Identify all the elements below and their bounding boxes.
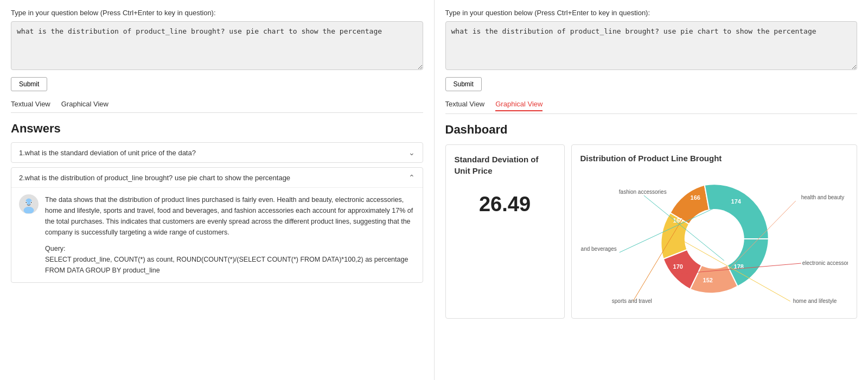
accordion-question-2: 2.what is the distribution of product_li… bbox=[19, 174, 290, 182]
donut-chart: 178 152 170 160 166 174 fashion accessor… bbox=[580, 168, 848, 309]
tab-textual-right[interactable]: Textual View bbox=[445, 100, 485, 111]
stat-card-value: 26.49 bbox=[479, 193, 531, 216]
svg-point-5 bbox=[25, 202, 27, 203]
tab-textual-left[interactable]: Textual View bbox=[11, 100, 50, 110]
right-panel: Type in your question below (Press Ctrl+… bbox=[435, 0, 869, 380]
avatar bbox=[19, 194, 39, 214]
chevron-up-icon-2: ⌃ bbox=[409, 173, 415, 182]
right-question-input[interactable]: what is the distribution of product_line… bbox=[445, 21, 858, 70]
right-tabs: Textual View Graphical View bbox=[445, 100, 858, 114]
chart-card: Distribution of Product Line Brought bbox=[571, 144, 858, 319]
accordion-header-1[interactable]: 1.what is the standard deviation of unit… bbox=[11, 143, 423, 162]
tab-graphical-left[interactable]: Graphical View bbox=[61, 100, 108, 110]
answer-content: The data shows that the distribution of … bbox=[45, 194, 415, 276]
svg-text:fashion accessories: fashion accessories bbox=[618, 189, 666, 195]
accordion-header-2[interactable]: 2.what is the distribution of product_li… bbox=[11, 168, 423, 187]
left-prompt-label: Type in your question below (Press Ctrl+… bbox=[11, 9, 423, 17]
svg-point-6 bbox=[31, 202, 32, 203]
answers-title: Answers bbox=[11, 122, 423, 136]
svg-text:174: 174 bbox=[731, 198, 741, 205]
stat-card-title: Standard Deviation of Unit Price bbox=[455, 154, 556, 176]
svg-text:166: 166 bbox=[690, 194, 700, 201]
svg-text:food and beverages: food and beverages bbox=[580, 246, 617, 252]
accordion-item-2: 2.what is the distribution of product_li… bbox=[11, 167, 423, 283]
svg-point-1 bbox=[25, 199, 31, 205]
svg-text:170: 170 bbox=[673, 263, 682, 270]
query-label: Query: bbox=[45, 243, 415, 254]
left-question-input[interactable]: what is the distribution of product_line… bbox=[11, 21, 423, 70]
accordion-body-2: The data shows that the distribution of … bbox=[11, 187, 423, 282]
tab-graphical-right[interactable]: Graphical View bbox=[495, 100, 542, 111]
dashboard-title: Dashboard bbox=[445, 123, 858, 137]
left-panel: Type in your question below (Press Ctrl+… bbox=[0, 0, 435, 380]
answer-text: The data shows that the distribution of … bbox=[45, 194, 415, 238]
svg-text:152: 152 bbox=[703, 277, 712, 283]
stat-card: Standard Deviation of Unit Price 26.49 bbox=[445, 144, 565, 319]
accordion-item-1: 1.what is the standard deviation of unit… bbox=[11, 142, 423, 163]
svg-text:electronic accessories: electronic accessories bbox=[802, 260, 848, 266]
chevron-down-icon-1: ⌄ bbox=[409, 148, 415, 157]
svg-text:health and beauty: health and beauty bbox=[801, 194, 844, 200]
accordion-question-1: 1.what is the standard deviation of unit… bbox=[19, 149, 196, 157]
right-submit-button[interactable]: Submit bbox=[445, 77, 482, 91]
chart-card-title: Distribution of Product Line Brought bbox=[580, 154, 848, 163]
query-section: Query: SELECT product_line, COUNT(*) as … bbox=[45, 243, 415, 276]
svg-text:sports and travel: sports and travel bbox=[611, 298, 652, 304]
query-text: SELECT product_line, COUNT(*) as count, … bbox=[45, 254, 415, 276]
left-submit-button[interactable]: Submit bbox=[11, 77, 47, 91]
svg-text:home and lifestyle: home and lifestyle bbox=[793, 298, 837, 304]
right-prompt-label: Type in your question below (Press Ctrl+… bbox=[445, 9, 858, 17]
left-tabs: Textual View Graphical View bbox=[11, 100, 423, 113]
dashboard-cards: Standard Deviation of Unit Price 26.49 D… bbox=[445, 144, 858, 319]
